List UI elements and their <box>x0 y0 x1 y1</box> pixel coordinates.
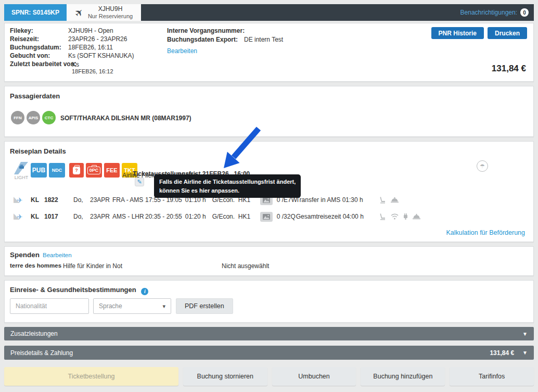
segment-plane-icon: ◣✈ <box>13 196 27 204</box>
print-button[interactable]: Drucken <box>488 27 527 39</box>
field-label: Gebucht von: <box>10 52 50 59</box>
tab-spnr[interactable]: SPNR: S0145KP <box>4 4 67 21</box>
ndc-badge[interactable]: NDC <box>49 163 65 178</box>
field-label: Filekey: <box>10 27 33 34</box>
field-label: Buchungsdatum: <box>10 44 61 51</box>
flight-route: AMS - LHR <box>112 213 145 220</box>
passenger-name: SOFT/THARAKA DILSHAN MR (08MAR1997) <box>60 115 191 122</box>
fare-info-button[interactable]: Tarifinfos <box>450 367 534 386</box>
donations-card: Spenden Bearbeiten terre des hommes Hilf… <box>4 246 534 276</box>
field-label: Zuletzt bearbeitet von: <box>10 60 76 68</box>
notifications-link[interactable]: Benachrichtigungen: 0 <box>460 4 534 21</box>
language-select[interactable]: Sprache ▾ <box>93 298 171 314</box>
aircraft-image-button[interactable] <box>260 212 273 222</box>
flight-carrier: KL <box>31 196 44 204</box>
create-pdf-button[interactable]: PDF erstellen <box>176 298 233 314</box>
itinerary-card: Reiseplan Details LIGHT PUB NDC ? 0PC FE… <box>4 141 534 242</box>
opc-badge[interactable]: 0PC <box>86 163 102 178</box>
notification-count-badge: 0 <box>520 8 529 17</box>
tooltip-line-2: können Sie es hier anpassen. <box>159 186 296 195</box>
tooltip-line-1: Falls die Airline die Ticketausstellungs… <box>159 178 296 186</box>
topbar-spacer <box>141 4 460 21</box>
flight-carrier: KL <box>31 213 44 220</box>
ancillaries-title: Zusatzleistungen <box>10 330 58 337</box>
fee-badge[interactable]: FEE <box>104 163 120 178</box>
wifi-icon <box>391 213 399 220</box>
segment-note: Transfer in AMS 01:30 h <box>296 196 368 204</box>
seat-icon <box>379 213 386 220</box>
baggage-allowance: 0 /32Q <box>277 213 296 220</box>
flight-duration: 01:20 h <box>185 213 212 220</box>
language-select-value: Sprache <box>99 302 122 310</box>
cancel-booking-button[interactable]: Buchung stornieren <box>183 367 267 386</box>
segment-plane-icon: ◣✈ <box>13 213 27 221</box>
donation-description: Hilfe für Kinder in Not <box>63 262 122 270</box>
pnr-detail-page: SPNR: S0145KP ✈ XJHU9H Nur Reservierung … <box>0 0 538 392</box>
export-label: Buchungsdaten Export: <box>167 36 238 43</box>
field-value: Ks <box>72 61 79 68</box>
price-details-bar[interactable]: Preisdetails & Zahlung 131,84 € ▼ <box>4 346 534 360</box>
flight-day: Do, <box>73 196 90 204</box>
internal-number-label: Interne Vorgangsnummer: <box>167 27 245 34</box>
calculation-link[interactable]: Kalkulation für Beförderung <box>446 229 525 236</box>
tab-booking[interactable]: ✈ XJHU9H Nur Reservierung <box>67 4 141 21</box>
chevron-down-icon: ▼ <box>522 331 528 337</box>
flight-route: FRA - AMS <box>112 196 145 204</box>
apis-badge[interactable]: APIS <box>27 111 40 124</box>
flight-class: G/Econ. <box>212 213 238 220</box>
ctc-badge[interactable]: CTC <box>42 111 56 124</box>
notifications-label: Benachrichtigungen: <box>460 9 517 16</box>
airline-logo: LIGHT <box>11 161 32 180</box>
chevron-down-icon: ▼ <box>522 350 528 356</box>
fare-brand-label: LIGHT <box>11 175 32 180</box>
footer-actions: Ticketbestellung Buchung stornieren Umbu… <box>4 367 534 386</box>
passenger-section-title: Passagierdaten <box>10 92 60 100</box>
booking-tab-subtitle: Nur Reservierung <box>88 13 133 20</box>
donation-organization: terre des hommes <box>10 262 61 269</box>
field-value: 18FEB26, 16:11 <box>68 44 113 51</box>
umbrella-icon[interactable]: ☂ <box>477 160 488 172</box>
flight-segment-row[interactable]: ◣✈ KL 1017 Do, 23APR AMS - LHR 20:35 - 2… <box>9 211 529 222</box>
suitcase-outline-icon: 0PC <box>87 167 101 174</box>
flight-date: 23APR <box>90 213 112 220</box>
field-value: 23APR26 - 23APR26 <box>68 35 127 43</box>
price-details-amount: 131,84 € <box>490 349 514 357</box>
info-icon[interactable]: i <box>141 288 148 295</box>
flight-times: 20:35 - 20:55 <box>145 213 182 220</box>
passenger-card: Passagierdaten FFN APIS CTC SOFT/THARAKA… <box>4 86 534 137</box>
airplane-icon: ✈ <box>73 6 86 19</box>
donation-status: Nicht ausgewählt <box>222 262 269 270</box>
meal-icon <box>413 213 420 220</box>
pub-badge[interactable]: PUB <box>31 163 47 178</box>
donations-section-title: Spenden <box>10 251 40 259</box>
nationality-input[interactable] <box>10 298 89 314</box>
booking-tab-code: XJHU9H <box>98 5 123 12</box>
ticket-order-button[interactable]: Ticketbestellung <box>4 367 178 386</box>
field-value: Ks (SOFT KSHANUKA) <box>68 52 134 59</box>
suitcase-icon: ? <box>73 167 80 174</box>
ffn-badge[interactable]: FFN <box>11 111 24 124</box>
field-value: XJHU9H - Open <box>68 27 113 34</box>
edit-donations-link[interactable]: Bearbeiten <box>43 252 72 258</box>
pencil-icon: ✎ <box>137 179 142 185</box>
price-details-title: Preisdetails & Zahlung <box>10 349 73 357</box>
segment-note: Gesamtreisezeit 04:00 h <box>296 213 368 220</box>
flight-status: HK1 <box>238 213 260 220</box>
flight-number: 1822 <box>44 196 73 204</box>
ancillaries-bar[interactable]: Zusatzleistungen ▼ <box>4 327 534 340</box>
add-booking-button[interactable]: Buchung hinzufügen <box>361 367 445 386</box>
edit-booking-link[interactable]: Bearbeiten <box>167 47 197 55</box>
rebook-button[interactable]: Umbuchen <box>272 367 356 386</box>
total-amount: 131,84 € <box>492 64 526 74</box>
field-label: Reisezeit: <box>10 35 39 43</box>
seat-icon <box>379 196 386 204</box>
booking-summary-card: Filekey: XJHU9H - Open Reisezeit: 23APR2… <box>4 23 534 82</box>
deadline-tooltip: Falls die Airline die Ticketausstellungs… <box>154 174 301 198</box>
power-icon <box>403 213 408 220</box>
export-value: DE intern Test <box>244 36 283 43</box>
baggage-question-badge[interactable]: ? <box>69 163 84 178</box>
chevron-down-icon: ▾ <box>162 303 165 310</box>
top-tab-bar: SPNR: S0145KP ✈ XJHU9H Nur Reservierung … <box>4 4 534 21</box>
pnr-history-button[interactable]: PNR Historie <box>431 27 484 39</box>
entry-health-card: Einreise- & Gesundheitsbestimmungen i Sp… <box>4 280 534 323</box>
